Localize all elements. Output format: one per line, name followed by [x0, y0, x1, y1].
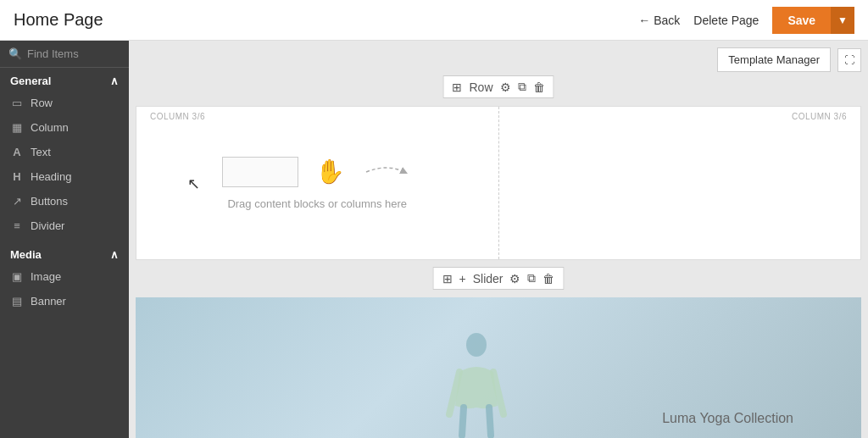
page-title: Home Page	[14, 10, 103, 30]
expand-button[interactable]: ⛶	[837, 48, 861, 72]
heading-icon: H	[10, 170, 24, 183]
slider-settings-icon[interactable]: ⚙	[509, 272, 520, 286]
sidebar-item-heading[interactable]: H Heading	[0, 164, 129, 189]
drop-zone-right[interactable]	[499, 107, 861, 259]
slider-copy-icon[interactable]: ⧉	[527, 271, 536, 286]
sidebar-item-column[interactable]: ▦ Column	[0, 115, 129, 140]
sidebar-item-buttons[interactable]: ↗ Buttons	[0, 189, 129, 213]
slider-toolbar: ⊞ + Slider ⚙ ⧉ 🗑	[433, 267, 565, 290]
drag-demo: ✋	[222, 157, 413, 187]
cursor-icon: ↖	[187, 175, 200, 193]
delete-page-button[interactable]: Delete Page	[693, 14, 759, 27]
column-icon: ▦	[10, 121, 24, 134]
buttons-icon: ↗	[10, 195, 24, 208]
back-arrow-icon: ←	[638, 14, 650, 27]
chevron-up-icon: ∧	[110, 75, 119, 87]
drop-text: Drag content blocks or columns here	[227, 197, 407, 210]
image-icon: ▣	[10, 270, 24, 283]
save-group: Save ▼	[772, 7, 854, 34]
slider-figure	[426, 321, 527, 438]
content-area: Template Manager ⛶ ⊞ Row ⚙ ⧉ 🗑 COLUMN 3/…	[129, 41, 868, 438]
main-layout: 🔍 General ∧ ▭ Row ▦ Column A Text H Head…	[0, 41, 868, 438]
slider-block: Luma Yoga Collection	[136, 297, 861, 438]
slider-delete-icon[interactable]: 🗑	[542, 272, 554, 286]
row-toolbar: ⊞ Row ⚙ ⧉ 🗑	[442, 75, 554, 98]
row-block: COLUMN 3/6 COLUMN 3/6 ✋	[136, 106, 861, 260]
slider-label: Slider	[473, 272, 504, 286]
slider-block-wrapper: ⊞ + Slider ⚙ ⧉ 🗑	[136, 297, 861, 438]
save-dropdown-button[interactable]: ▼	[831, 7, 854, 34]
slider-content: Luma Yoga Collection	[136, 297, 861, 438]
sidebar-section-media: Media ∧	[0, 241, 129, 264]
slider-grid-icon[interactable]: ⊞	[442, 272, 453, 286]
banner-icon: ▤	[10, 295, 24, 308]
slider-plus-icon[interactable]: +	[459, 272, 466, 286]
slider-caption: Luma Yoga Collection	[662, 411, 793, 426]
divider-icon: ≡	[10, 219, 24, 232]
text-icon: A	[10, 146, 24, 158]
sidebar-item-image[interactable]: ▣ Image	[0, 264, 129, 289]
row-label: Row	[469, 80, 492, 94]
header: Home Page ← Back Delete Page Save ▼	[0, 0, 868, 41]
sidebar-item-text[interactable]: A Text	[0, 140, 129, 164]
row-icon: ▭	[10, 97, 24, 109]
svg-point-0	[466, 333, 487, 357]
chevron-up-icon-media: ∧	[110, 248, 119, 261]
drag-box	[222, 157, 298, 187]
row-settings-icon[interactable]: ⚙	[500, 80, 511, 94]
expand-icon: ⛶	[844, 54, 854, 66]
search-input[interactable]	[27, 47, 120, 60]
hand-icon: ✋	[315, 158, 345, 186]
row-copy-icon[interactable]: ⧉	[518, 80, 526, 94]
back-button[interactable]: ← Back	[638, 14, 680, 27]
template-manager-button[interactable]: Template Manager	[717, 47, 831, 72]
row-block-wrapper: ⊞ Row ⚙ ⧉ 🗑 COLUMN 3/6 COLUMN 3/6	[136, 106, 861, 260]
sidebar-item-row[interactable]: ▭ Row	[0, 91, 129, 115]
dashed-arrow	[362, 159, 413, 185]
save-button[interactable]: Save	[772, 7, 831, 34]
sidebar-item-divider[interactable]: ≡ Divider	[0, 213, 129, 238]
sidebar-item-banner[interactable]: ▤ Banner	[0, 289, 129, 313]
template-manager-bar: Template Manager ⛶	[136, 47, 861, 72]
header-actions: ← Back Delete Page Save ▼	[638, 7, 854, 34]
row-delete-icon[interactable]: 🗑	[533, 80, 545, 94]
sidebar-search: 🔍	[0, 41, 129, 68]
sidebar: 🔍 General ∧ ▭ Row ▦ Column A Text H Head…	[0, 41, 129, 438]
drop-zone-left[interactable]: ✋ Drag content block	[136, 107, 499, 259]
search-icon: 🔍	[8, 47, 22, 60]
sidebar-section-general: General ∧	[0, 68, 129, 91]
row-inner: COLUMN 3/6 COLUMN 3/6 ✋	[136, 107, 860, 259]
row-grid-icon[interactable]: ⊞	[452, 80, 462, 94]
